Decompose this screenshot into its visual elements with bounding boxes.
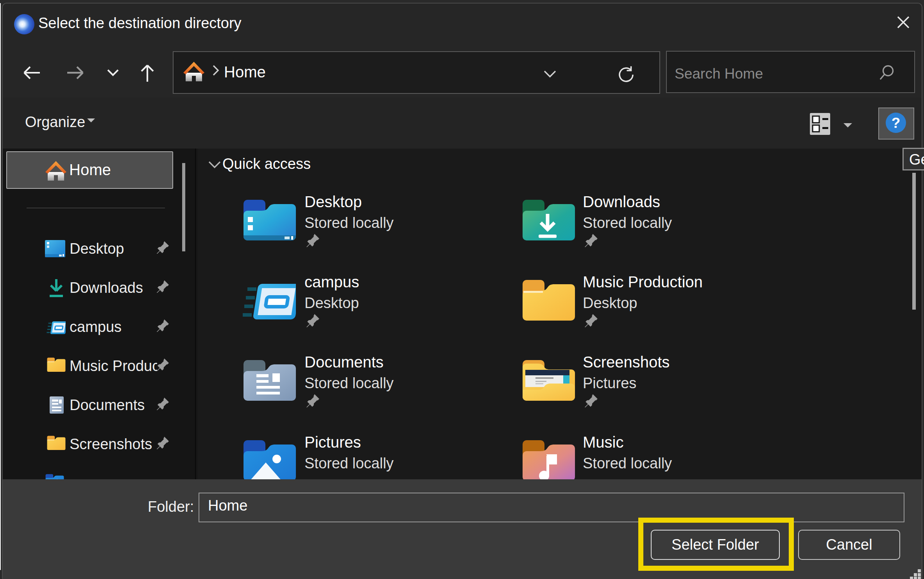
svg-text:?: ?: [892, 115, 901, 131]
